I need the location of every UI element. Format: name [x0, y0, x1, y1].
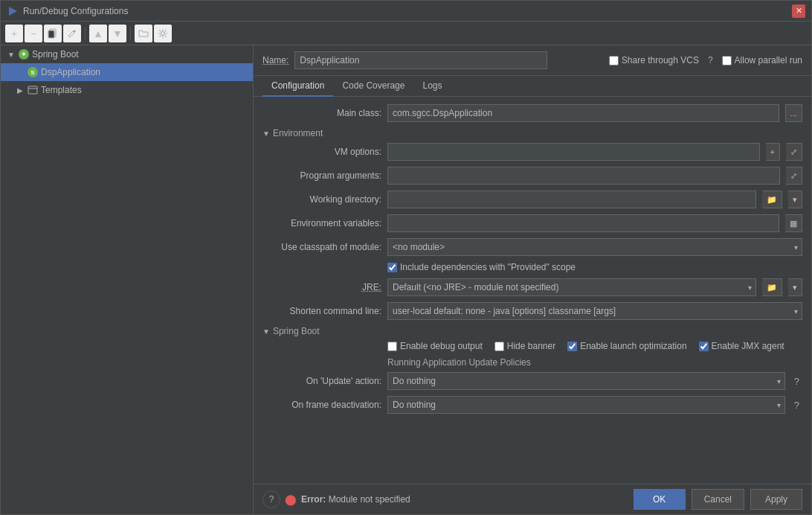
shorten-cmd-label: Shorten command line: [262, 306, 381, 316]
enable-jmx-label: Enable JMX agent [712, 341, 784, 351]
settings-button[interactable] [154, 25, 172, 42]
springboot-section-header: ▼ Spring Boot [262, 326, 802, 336]
move-up-button[interactable]: ▲ [89, 25, 107, 42]
on-update-help-button[interactable]: ? [791, 376, 802, 387]
main-class-browse-button[interactable]: ... [785, 104, 802, 122]
sidebar-item-springboot[interactable]: ▼ ✦ Spring Boot [1, 45, 253, 63]
add-config-button[interactable]: + [5, 25, 23, 42]
on-frame-help-button[interactable]: ? [791, 400, 802, 411]
springboot-section-title: Spring Boot [273, 326, 320, 336]
main-class-input[interactable] [387, 104, 779, 122]
run-debug-icon [7, 5, 19, 17]
jre-folder-button[interactable]: 📁 [762, 278, 782, 296]
environment-section-arrow[interactable]: ▼ [262, 129, 270, 138]
enable-debug-row[interactable]: Enable debug output [387, 341, 483, 351]
env-vars-row: Environment variables: ▦ [262, 214, 802, 232]
program-args-row: Program arguments: ⤢ [262, 167, 802, 185]
remove-config-button[interactable]: − [25, 25, 42, 42]
configuration-content: Main class: ... ▼ Environment VM options… [254, 97, 811, 484]
share-vcs-row[interactable]: Share through VCS [609, 55, 699, 65]
hide-banner-row[interactable]: Hide banner [494, 341, 555, 351]
enable-jmx-checkbox[interactable] [699, 342, 709, 351]
share-vcs-checkbox[interactable] [609, 56, 619, 65]
toolbar-separator-2 [130, 27, 131, 40]
main-class-row: Main class: ... [262, 104, 802, 122]
vm-options-fullscreen-button[interactable]: ⤢ [786, 143, 802, 161]
error-icon: ⬤ [285, 493, 297, 505]
run-debug-configurations-dialog: Run/Debug Configurations ✕ + − ▲ ▼ [0, 0, 812, 515]
program-args-label: Program arguments: [262, 170, 381, 181]
on-update-label: On 'Update' action: [262, 376, 381, 386]
folder-button[interactable] [135, 25, 152, 42]
working-dir-label: Working directory: [262, 194, 381, 205]
enable-launch-row[interactable]: Enable launch optimization [567, 341, 686, 351]
include-deps-checkbox-row[interactable]: Include dependencies with "Provided" sco… [387, 262, 576, 272]
title-bar-left: Run/Debug Configurations [7, 5, 128, 17]
program-args-input[interactable] [387, 167, 780, 185]
jre-select-wrapper: Default (<no JRE> - module not specified… [387, 278, 756, 296]
shorten-cmd-select-wrapper: user-local default: none - java [options… [387, 302, 802, 320]
hide-banner-checkbox[interactable] [494, 342, 504, 351]
enable-launch-checkbox[interactable] [567, 342, 577, 351]
vm-options-expand-button[interactable]: + [766, 143, 780, 161]
sidebar-item-dspapplication[interactable]: S DspApplication [1, 63, 253, 81]
name-label: Name: [262, 55, 289, 65]
program-args-expand-button[interactable]: ⤢ [786, 167, 802, 185]
close-button[interactable]: ✕ [792, 4, 805, 18]
share-vcs-help-icon[interactable]: ? [708, 55, 713, 65]
svg-rect-6 [28, 86, 37, 94]
working-dir-dropdown-button[interactable]: ▾ [788, 191, 802, 208]
move-down-button[interactable]: ▼ [109, 25, 126, 42]
running-update-section: Running Application Update Policies On '… [262, 357, 802, 414]
on-update-select-wrapper: Do nothing [387, 372, 785, 390]
cancel-button[interactable]: Cancel [692, 489, 744, 510]
working-dir-row: Working directory: 📁 ▾ [262, 191, 802, 208]
springboot-section-arrow[interactable]: ▼ [262, 327, 270, 336]
working-dir-input[interactable] [387, 191, 756, 208]
on-update-label-text: On 'Update' action: [306, 376, 381, 386]
error-prefix: Error: [301, 494, 326, 505]
allow-parallel-row[interactable]: Allow parallel run [722, 55, 802, 65]
toolbar-separator-1 [85, 27, 86, 40]
enable-debug-checkbox[interactable] [387, 342, 397, 351]
vm-options-row: VM options: + ⤢ [262, 143, 802, 161]
vm-options-input[interactable] [387, 143, 760, 161]
tab-logs[interactable]: Logs [413, 76, 451, 97]
on-update-select[interactable]: Do nothing [387, 372, 785, 390]
working-dir-folder-button[interactable]: 📁 [762, 191, 782, 208]
jre-select[interactable]: Default (<no JRE> - module not specified… [387, 278, 756, 296]
share-vcs-label: Share through VCS [622, 55, 699, 65]
include-deps-checkbox[interactable] [387, 263, 397, 272]
springboot-icon: ✦ [19, 49, 29, 60]
use-classpath-label: Use classpath of module: [262, 242, 381, 252]
apply-button[interactable]: Apply [750, 489, 802, 510]
jre-label: JRE: [262, 282, 381, 292]
name-input[interactable] [294, 51, 547, 69]
main-class-label: Main class: [262, 108, 381, 118]
enable-debug-label: Enable debug output [400, 341, 483, 351]
bottom-buttons: OK Cancel Apply [634, 489, 802, 510]
on-frame-label: On frame deactivation: [262, 400, 381, 410]
enable-jmx-row[interactable]: Enable JMX agent [699, 341, 784, 351]
copy-config-button[interactable] [44, 25, 62, 42]
help-bottom-button[interactable]: ? [262, 490, 280, 508]
edit-config-button[interactable] [63, 25, 81, 42]
ok-button[interactable]: OK [634, 489, 686, 510]
allow-parallel-checkbox[interactable] [722, 56, 732, 65]
sidebar-item-templates[interactable]: ▶ Templates [1, 81, 253, 99]
sidebar-templates-label: Templates [41, 85, 82, 95]
jre-row: JRE: Default (<no JRE> - module not spec… [262, 278, 802, 296]
on-frame-select[interactable]: Do nothing [387, 396, 785, 414]
jre-dropdown-button[interactable]: ▾ [788, 278, 802, 296]
tab-configuration[interactable]: Configuration [262, 76, 333, 97]
use-classpath-select[interactable]: <no module> [387, 238, 802, 256]
env-vars-input[interactable] [387, 214, 779, 232]
env-vars-label: Environment variables: [262, 218, 381, 228]
tab-code-coverage[interactable]: Code Coverage [333, 76, 413, 97]
title-bar: Run/Debug Configurations ✕ [1, 1, 811, 22]
svg-text:S: S [30, 69, 35, 76]
shorten-cmd-select[interactable]: user-local default: none - java [options… [387, 302, 802, 320]
env-vars-edit-button[interactable]: ▦ [785, 214, 802, 232]
error-area: ? ⬤ Error: Module not specified [262, 490, 410, 508]
toolbar: + − ▲ ▼ [1, 22, 811, 45]
